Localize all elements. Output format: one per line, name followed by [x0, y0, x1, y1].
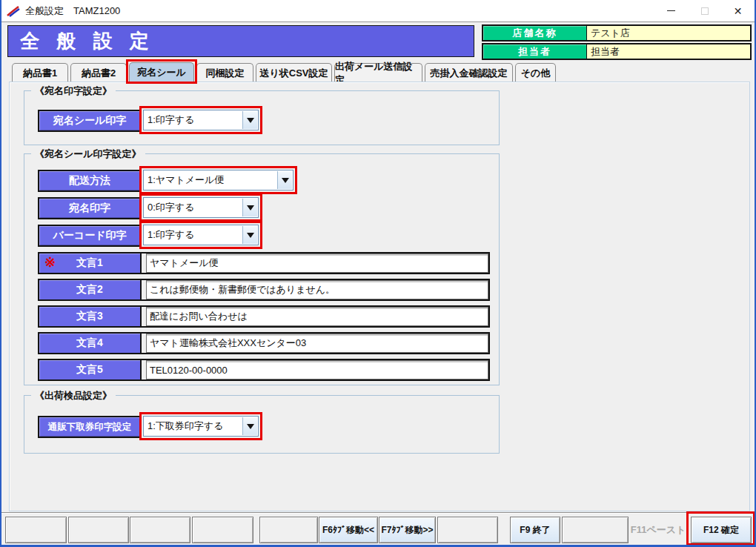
text1-label: ※ 文言1 — [39, 253, 142, 273]
store-name-label: 店舗名称 — [483, 26, 587, 40]
voucher-select[interactable]: 1:下取券印字する — [143, 416, 259, 437]
f12-confirm-button[interactable]: F12 確定 — [691, 517, 752, 543]
chevron-down-icon[interactable] — [242, 199, 257, 216]
barcode-print-label: バーコード印字 — [38, 225, 142, 247]
store-name-field: 店舗名称 テスト店 — [482, 24, 752, 42]
fn-button-empty-5 — [259, 517, 318, 543]
close-button[interactable]: ✕ — [721, 0, 755, 21]
fn-button-empty-4 — [192, 517, 253, 543]
f11-paste-button: F11ペースト — [630, 517, 686, 543]
tab-shukka-mail[interactable]: 出荷メール送信設定 — [334, 63, 422, 82]
group-seal-settings: 《宛名シール印字設定》 配送方法 1:ヤマトメール便 宛名印字 0:印字する バ… — [24, 153, 500, 385]
tab-sonota[interactable]: その他 — [515, 63, 556, 82]
fn-button-empty-7 — [562, 517, 629, 543]
highlight-box-delivery: 1:ヤマトメール便 — [139, 166, 297, 194]
text4-label: 文言4 — [39, 334, 142, 353]
chevron-down-icon[interactable] — [242, 111, 257, 129]
maximize-button — [688, 0, 721, 21]
page-title: 全 般 設 定 — [7, 25, 474, 57]
tab-bar: 納品書1 納品書2 宛名シール 同梱設定 送り状CSV設定 出荷メール送信設定 … — [12, 62, 556, 82]
highlight-box-barcode: 1:印字する — [139, 221, 262, 249]
delivery-method-select[interactable]: 1:ヤマトメール便 — [143, 170, 294, 190]
window-controls: ✕ — [654, 0, 755, 21]
name-print-label: 宛名印字 — [38, 197, 142, 219]
text5-input[interactable] — [146, 360, 488, 379]
text2-row: 文言2 — [38, 279, 490, 301]
group-address-print-title: 《宛名印字設定》 — [31, 84, 116, 98]
f6-tab-prev-button[interactable]: F6ﾀﾌﾞ移動<< — [319, 517, 378, 543]
minimize-button[interactable] — [654, 0, 688, 21]
highlight-box-name-print: 0:印字する — [139, 193, 262, 222]
text4-input[interactable] — [146, 334, 488, 353]
window-title: 全般設定 TAMZ1200 — [25, 4, 120, 18]
group-seal-settings-title: 《宛名シール印字設定》 — [31, 147, 145, 161]
f9-exit-button[interactable]: F9 終了 — [510, 517, 560, 543]
highlight-box-seal-print: 1:印字する — [139, 106, 262, 134]
f7-tab-next-button[interactable]: F7ﾀﾌﾞ移動>> — [379, 517, 436, 543]
staff-label: 担当者 — [483, 44, 587, 59]
fn-button-empty-6 — [437, 517, 498, 543]
chevron-down-icon[interactable] — [242, 226, 257, 244]
titlebar: 全般設定 TAMZ1200 ✕ — [1, 0, 755, 22]
text2-label: 文言2 — [39, 280, 142, 299]
name-print-select[interactable]: 0:印字する — [143, 197, 259, 218]
text5-label: 文言5 — [39, 360, 142, 379]
fn-button-empty-3 — [130, 517, 190, 543]
staff-value: 担当者 — [587, 44, 750, 59]
text4-row: 文言4 — [38, 332, 490, 354]
group-inspection-title: 《出荷検品設定》 — [31, 389, 116, 402]
text1-input[interactable] — [146, 253, 488, 273]
fn-button-empty-1 — [5, 517, 67, 543]
group-address-print: 《宛名印字設定》 宛名シール印字 1:印字する — [24, 90, 500, 145]
maximize-icon — [701, 7, 709, 15]
app-icon — [7, 5, 20, 17]
fn-button-empty-2 — [68, 517, 129, 543]
close-icon: ✕ — [734, 5, 743, 17]
text1-row: ※ 文言1 — [38, 252, 490, 274]
tab-doukon[interactable]: 同梱設定 — [196, 63, 253, 82]
required-mark-icon: ※ — [44, 254, 56, 271]
app-window: 全般設定 TAMZ1200 ✕ 全 般 設 定 店舗名称 テスト店 担当者 担当… — [0, 0, 756, 547]
text5-row: 文言5 — [38, 359, 490, 381]
tab-nouhinsho2[interactable]: 納品書2 — [70, 63, 127, 82]
tab-okurijo-csv[interactable]: 送り状CSV設定 — [256, 63, 332, 82]
function-key-bar: F6ﾀﾌﾞ移動<< F7ﾀﾌﾞ移動>> F9 終了 F11ペースト F12 確定 — [1, 512, 755, 546]
seal-print-select[interactable]: 1:印字する — [143, 110, 259, 130]
group-inspection: 《出荷検品設定》 通販下取券印字設定 1:下取券印字する — [24, 395, 500, 454]
text3-input[interactable] — [146, 307, 488, 326]
delivery-method-label: 配送方法 — [38, 170, 142, 192]
tab-atena-seal[interactable]: 宛名シール — [129, 62, 194, 82]
barcode-print-select[interactable]: 1:印字する — [143, 225, 259, 245]
text3-label: 文言3 — [39, 307, 142, 326]
seal-print-label: 宛名シール印字 — [38, 110, 142, 132]
voucher-label: 通販下取券印字設定 — [38, 416, 142, 438]
store-name-value: テスト店 — [587, 26, 750, 40]
chevron-down-icon[interactable] — [277, 171, 292, 189]
text3-row: 文言3 — [38, 305, 490, 328]
minimize-icon — [667, 10, 675, 11]
highlight-box-voucher: 1:下取券印字する — [139, 412, 262, 440]
chevron-down-icon[interactable] — [242, 417, 257, 435]
tab-nouhinsho1[interactable]: 納品書1 — [12, 63, 68, 82]
staff-field: 担当者 担当者 — [482, 43, 752, 60]
tab-urikake[interactable]: 売掛入金確認設定 — [425, 63, 513, 82]
text2-input[interactable] — [146, 280, 488, 299]
